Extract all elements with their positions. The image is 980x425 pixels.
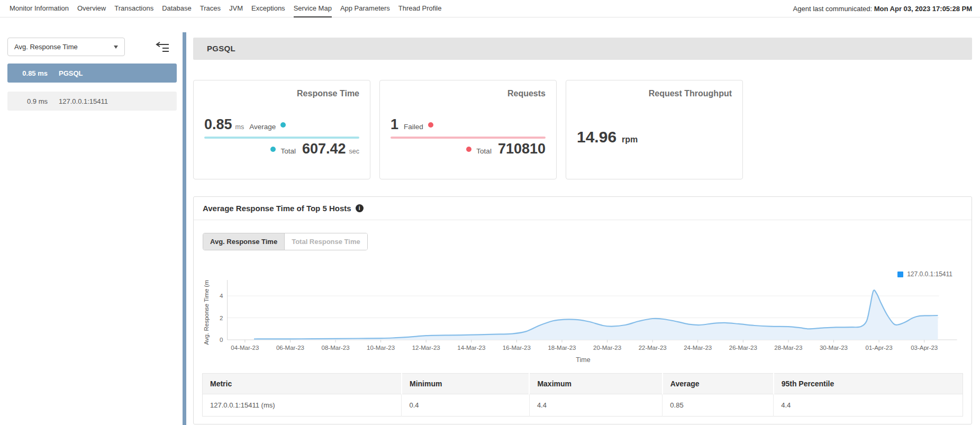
avg-response-time-panel: Average Response Time of Top 5 Hosts i A… (193, 196, 972, 424)
legend-swatch-icon (897, 272, 903, 277)
table-header-maximum: Maximum (529, 374, 662, 394)
chevron-down-icon (114, 46, 118, 49)
svg-text:22-Mar-23: 22-Mar-23 (639, 345, 667, 351)
svg-text:01-Apr-23: 01-Apr-23 (866, 345, 893, 351)
svg-text:10-Mar-23: 10-Mar-23 (367, 345, 395, 351)
response-time-card: Response Time 0.85 ms Average Total 607.… (193, 80, 370, 179)
svg-text:28-Mar-23: 28-Mar-23 (774, 345, 802, 351)
table-header-average: Average (663, 374, 774, 394)
total-requests-dot-icon (466, 147, 471, 152)
panel-title: Average Response Time of Top 5 Hosts (203, 204, 351, 213)
table-cell-95th-percentile: 4.4 (774, 394, 963, 417)
nav-traces[interactable]: Traces (200, 0, 221, 17)
svg-text:08-Mar-23: 08-Mar-23 (322, 345, 350, 351)
failed-dot-icon (428, 122, 433, 128)
svg-text:24-Mar-23: 24-Mar-23 (684, 345, 712, 351)
throughput-unit: rpm (622, 135, 638, 144)
failed-label: Failed (404, 123, 423, 131)
table-cell-maximum: 4.4 (529, 394, 662, 417)
svg-text:Avg. Response Time (ms): Avg. Response Time (ms) (203, 280, 210, 345)
nav-overview[interactable]: Overview (77, 0, 106, 17)
avg-response-value: 0.85 (204, 117, 232, 132)
table-header-minimum: Minimum (402, 374, 529, 394)
agent-label: Agent last communicated: (793, 5, 873, 13)
info-icon[interactable]: i (356, 204, 364, 212)
metric-select-dropdown[interactable]: Avg. Response Time (7, 38, 125, 56)
response-time-accent-line (204, 137, 359, 139)
svg-text:12-Mar-23: 12-Mar-23 (412, 345, 440, 351)
total-label: Total (476, 147, 492, 155)
total-response-value: 607.42 (302, 142, 346, 156)
average-dot-icon (280, 122, 286, 128)
table-row: 127.0.0.1:15411 (ms) 0.4 4.4 0.85 4.4 (203, 394, 963, 417)
svg-text:16-Mar-23: 16-Mar-23 (503, 345, 531, 351)
nav-thread-profile[interactable]: Thread Profile (398, 0, 442, 17)
nav-monitor-information[interactable]: Monitor Information (10, 0, 69, 17)
nav-transactions[interactable]: Transactions (114, 0, 153, 17)
table-cell-minimum: 0.4 (402, 394, 529, 417)
nav-database[interactable]: Database (162, 0, 192, 17)
svg-text:4: 4 (220, 293, 223, 299)
page-title: PGSQL (193, 38, 972, 60)
svg-text:0: 0 (220, 337, 223, 343)
table-header-row: Metric Minimum Maximum Average 95th Perc… (203, 374, 963, 394)
top-navigation: Monitor Information Overview Transaction… (0, 0, 980, 17)
tab-avg-response-time[interactable]: Avg. Response Time (203, 233, 285, 250)
svg-text:04-Mar-23: 04-Mar-23 (231, 345, 259, 351)
svg-text:06-Mar-23: 06-Mar-23 (276, 345, 304, 351)
average-label: Average (249, 123, 276, 131)
total-requests-value: 710810 (498, 142, 546, 156)
sidebar-item-host[interactable]: 0.9 ms 127.0.0.1:15411 (7, 92, 177, 111)
svg-text:03-Apr-23: 03-Apr-23 (911, 345, 938, 351)
area-chart-plot[interactable]: 02404-Mar-2306-Mar-2308-Mar-2310-Mar-231… (201, 280, 964, 364)
sidebar-item-name: 127.0.0.1:15411 (59, 97, 108, 105)
svg-text:30-Mar-23: 30-Mar-23 (820, 345, 848, 351)
sidebar-item-name: PGSQL (59, 69, 83, 77)
nav-jvm[interactable]: JVM (229, 0, 243, 17)
total-label: Total (280, 147, 296, 155)
card-title: Requests (391, 89, 546, 98)
total-response-unit: sec (349, 148, 359, 155)
sidebar-item-pgsql[interactable]: 0.85 ms PGSQL (7, 64, 177, 83)
sidebar-item-value: 0.85 ms (7, 69, 48, 77)
tab-total-response-time[interactable]: Total Response Time (285, 233, 367, 250)
collapse-sidebar-icon[interactable] (156, 42, 170, 52)
failed-requests-value: 1 (391, 117, 398, 132)
svg-text:14-Mar-23: 14-Mar-23 (457, 345, 485, 351)
svg-text:2: 2 (220, 315, 223, 321)
metric-stats-table: Metric Minimum Maximum Average 95th Perc… (202, 373, 963, 417)
hosts-sidebar: Avg. Response Time 0.85 ms PGSQL 0.9 ms … (0, 17, 183, 425)
table-cell-metric: 127.0.0.1:15411 (ms) (203, 394, 402, 417)
card-title: Response Time (204, 89, 359, 98)
legend-item[interactable]: 127.0.0.1:15411 (201, 270, 964, 278)
legend-label: 127.0.0.1:15411 (907, 270, 952, 278)
chart-region: 127.0.0.1:15411 02404-Mar-2306-Mar-2308-… (201, 270, 964, 364)
table-cell-average: 0.85 (663, 394, 774, 417)
card-title: Request Throughput (577, 89, 732, 98)
main-content: PGSQL Response Time 0.85 ms Average Tota… (186, 17, 980, 425)
requests-accent-line (391, 137, 546, 139)
table-header-95th-percentile: 95th Percentile (774, 374, 963, 394)
svg-text:20-Mar-23: 20-Mar-23 (593, 345, 621, 351)
throughput-value: 14.96 (577, 129, 616, 145)
nav-service-map[interactable]: Service Map (294, 0, 332, 17)
nav-exceptions[interactable]: Exceptions (251, 0, 285, 17)
agent-last-communicated: Agent last communicated: Mon Apr 03, 202… (793, 5, 972, 13)
metric-select-value: Avg. Response Time (14, 43, 78, 51)
agent-timestamp: Mon Apr 03, 2023 17:05:28 PM (874, 5, 972, 13)
response-time-toggle: Avg. Response Time Total Response Time (203, 233, 368, 250)
request-throughput-card: Request Throughput 14.96 rpm (566, 80, 743, 179)
total-dot-icon (270, 147, 276, 152)
requests-card: Requests 1 Failed Total 710810 (379, 80, 557, 179)
sidebar-item-value: 0.9 ms (7, 97, 48, 105)
avg-response-unit: ms (235, 123, 244, 131)
svg-text:Time: Time (576, 356, 590, 364)
nav-app-parameters[interactable]: App Parameters (340, 0, 390, 17)
metric-cards-row: Response Time 0.85 ms Average Total 607.… (193, 80, 972, 179)
svg-text:26-Mar-23: 26-Mar-23 (729, 345, 757, 351)
svg-text:18-Mar-23: 18-Mar-23 (548, 345, 576, 351)
sidebar-divider-bar (183, 32, 186, 425)
table-header-metric: Metric (203, 374, 402, 394)
